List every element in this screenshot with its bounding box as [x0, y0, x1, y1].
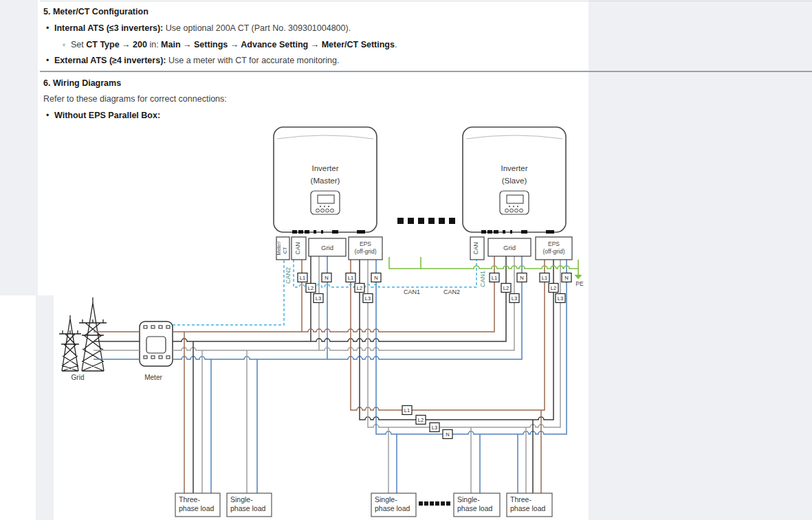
wire-label-l3: L3 [432, 425, 437, 431]
port-eps-master: EPS (off-grid) [349, 237, 382, 260]
can1-bus-label: CAN1 [404, 289, 420, 295]
inverter-slave-label-1: Inverter [501, 164, 528, 172]
ellipsis-square [435, 501, 439, 506]
port-eps-slave-label-2: (off-grid) [543, 248, 565, 255]
load-single-phase-2: Single- phase load [371, 493, 416, 517]
wire-label-l2: L2 [357, 285, 362, 291]
grid-caption: Grid [72, 374, 85, 381]
sub-bullet-ct-type: ◦Set CT Type → 200 in: Main → Settings →… [63, 40, 397, 49]
inverter-slave-label-2: (Slave) [502, 177, 527, 185]
port-meter-ct-label-2: CT [283, 247, 287, 253]
load-label: Three- [179, 495, 200, 504]
load-three-phase-2: Three- phase load [507, 493, 552, 517]
ellipsis-square [397, 218, 404, 224]
section6-heading: 6. Wiring Diagrams [43, 78, 121, 88]
load-label: phase load [179, 504, 215, 512]
wire-label-n: N [520, 275, 523, 281]
wire-label-l1: L1 [542, 275, 547, 281]
gland-mark [321, 230, 323, 234]
load-label: Single- [230, 495, 253, 504]
gland-mark [546, 230, 554, 234]
gland-mark [298, 230, 303, 234]
port-grid-slave-label: Grid [503, 244, 516, 251]
ellipsis-square [446, 501, 450, 506]
wire-label-n: N [325, 275, 328, 281]
port-eps-slave: EPS (off-grid) [536, 237, 572, 260]
wire-label-l3: L3 [558, 295, 563, 302]
display-panel-icon [311, 191, 340, 214]
gland-mark [305, 230, 309, 234]
wire-label-l1: L1 [300, 275, 305, 281]
circle-bullet-icon: ◦ [63, 40, 71, 49]
load-label: Single- [457, 495, 480, 504]
load-label: phase load [510, 504, 546, 512]
wire-label-l3: L3 [512, 295, 517, 302]
gland-mark [494, 230, 498, 234]
gland-mark [292, 230, 297, 234]
ellipsis-square [424, 501, 428, 506]
wire-label-l2: L2 [418, 417, 424, 423]
ellipsis-square [418, 218, 424, 224]
meter-caption: Meter [144, 374, 162, 381]
wire-label-l1: L1 [492, 275, 497, 281]
port-grid-master-label: Grid [321, 244, 333, 251]
wire-label-l1: L1 [348, 275, 353, 281]
can2-bus-label: CAN2 [443, 289, 460, 295]
port-can-master: CAN [292, 237, 306, 260]
gland-mark [314, 230, 316, 234]
port-can-slave-label: CAN [472, 242, 479, 255]
port-eps-slave-label-1: EPS [548, 240, 560, 247]
left-margin-panel [0, 0, 38, 295]
section6-intro: Refer to these diagrams for correct conn… [43, 94, 227, 104]
right-margin-panel [589, 0, 812, 520]
gland-mark [510, 230, 512, 234]
document-page: 5. Meter/CT Configuration •Internal ATS … [0, 0, 812, 520]
gland-mark [332, 230, 338, 234]
wire-label-n: N [564, 275, 568, 281]
display-panel-icon [500, 191, 529, 214]
pe-label: PE [575, 280, 584, 287]
ellipsis-square [449, 218, 455, 224]
ellipsis-square [430, 501, 434, 506]
gland-mark [503, 230, 505, 234]
port-grid-master: Grid [309, 238, 346, 256]
inverter-slave: Inverter (Slave) [463, 127, 566, 232]
load-label: phase load [375, 504, 410, 512]
section5-heading: 5. Meter/CT Configuration [43, 7, 149, 16]
bullet-icon: • [46, 111, 54, 120]
ellipsis-square [419, 501, 423, 506]
load-single-phase-3: Single- phase load [454, 493, 500, 517]
gland-mark [357, 230, 365, 234]
load-label: Single- [375, 495, 397, 504]
wire-label-n: N [446, 431, 449, 438]
gland-mark [521, 230, 527, 234]
wire-label-l3: L3 [316, 295, 321, 302]
gland-mark [487, 230, 492, 234]
wire-label-l2: L2 [308, 285, 314, 291]
can2-port-label: CAN2 [285, 267, 292, 284]
inverter-master: Inverter (Master) [274, 127, 377, 232]
top-divider [40, 1, 812, 1]
load-label: phase load [457, 504, 493, 512]
wire-label-n: N [374, 275, 377, 281]
inverter-master-label-1: Inverter [312, 164, 339, 172]
bullet-icon: • [46, 23, 54, 33]
bullet-without-eps-box: •Without EPS Parallel Box: [46, 111, 160, 120]
bullet-icon: • [46, 56, 54, 65]
port-meter-ct-label-1: Meter/ [276, 242, 281, 256]
port-grid-slave: Grid [488, 238, 531, 256]
ellipsis-square [441, 501, 445, 506]
meter-icon [140, 321, 173, 366]
inverter-master-label-2: (Master) [311, 177, 340, 185]
section-divider [40, 71, 812, 72]
wire-label-l1: L1 [404, 407, 410, 414]
port-eps-master-label-2: (off-grid) [355, 248, 377, 255]
load-label: phase load [230, 504, 266, 512]
ellipsis-square [439, 218, 445, 224]
bullet-external-ats: •External ATS (≥4 inverters): Use a mete… [46, 56, 339, 65]
can1-port-label: CAN1 [479, 271, 486, 287]
port-eps-master-label-1: EPS [360, 240, 371, 247]
load-three-phase-1: Three- phase load [175, 493, 220, 517]
load-single-phase-1: Single- phase load [227, 493, 272, 517]
left-margin-strip [36, 295, 54, 520]
